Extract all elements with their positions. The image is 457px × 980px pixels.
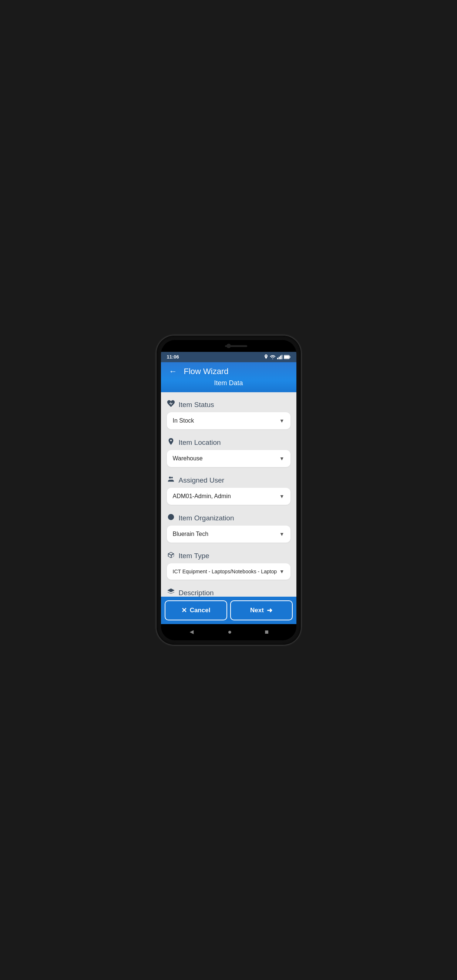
item-organization-value: Bluerain Tech	[173, 531, 209, 538]
assigned-user-value: ADM01-Admin, Admin	[173, 493, 231, 500]
status-bar: 11:06	[161, 352, 297, 362]
signal-status-icon	[277, 355, 282, 359]
description-label-row: Description	[167, 588, 290, 597]
wifi-status-icon	[270, 355, 276, 359]
assigned-user-label-row: Assigned User	[167, 475, 290, 485]
item-status-arrow-icon: ▼	[279, 418, 284, 424]
item-status-dropdown[interactable]: In Stock ▼	[167, 412, 290, 429]
cancel-button[interactable]: ✕ Cancel	[165, 600, 227, 620]
svg-rect-0	[277, 358, 278, 359]
description-arrow-icon	[167, 588, 175, 597]
location-pin-icon	[167, 438, 175, 448]
description-label: Description	[179, 589, 214, 597]
description-section: Description Laptops/Notebooks	[167, 586, 290, 597]
svg-point-8	[171, 477, 173, 479]
phone-frame: 11:06	[157, 336, 301, 645]
nav-recents-button[interactable]: ■	[265, 628, 269, 636]
next-arrow-icon: ➜	[267, 606, 272, 614]
action-bar: ✕ Cancel Next ➜	[161, 597, 297, 624]
item-organization-section: Item Organization Bluerain Tech ▼	[167, 511, 290, 546]
nav-home-button[interactable]: ●	[228, 628, 232, 636]
svg-rect-3	[282, 355, 282, 359]
svg-rect-2	[280, 356, 281, 359]
item-organization-label-row: Item Organization	[167, 513, 290, 523]
speaker-notch	[225, 345, 247, 347]
page-subtitle: Item Data	[167, 379, 290, 390]
item-type-label-row: Item Type	[167, 551, 290, 561]
heartbeat-icon	[167, 399, 175, 410]
box-icon	[167, 551, 175, 561]
item-location-dropdown[interactable]: Warehouse ▼	[167, 450, 290, 467]
item-type-label: Item Type	[179, 552, 209, 560]
location-status-icon	[264, 355, 268, 360]
users-icon	[167, 475, 175, 485]
phone-nav-bar: ◄ ● ■	[161, 624, 297, 640]
battery-status-icon	[284, 355, 290, 359]
back-button[interactable]: ←	[167, 366, 179, 377]
nav-back-button[interactable]: ◄	[188, 628, 195, 636]
item-location-section: Item Location Warehouse ▼	[167, 436, 290, 471]
item-organization-dropdown[interactable]: Bluerain Tech ▼	[167, 525, 290, 542]
item-type-dropdown[interactable]: ICT Equipment - Laptops/Notebooks - Lapt…	[167, 563, 290, 580]
item-location-label-row: Item Location	[167, 438, 290, 448]
assigned-user-dropdown[interactable]: ADM01-Admin, Admin ▼	[167, 488, 290, 505]
phone-inner: 11:06	[161, 340, 297, 640]
item-location-value: Warehouse	[173, 455, 203, 462]
phone-top-bezel	[161, 340, 297, 352]
item-organization-arrow-icon: ▼	[279, 531, 284, 537]
item-type-arrow-icon: ▼	[279, 568, 284, 574]
organization-circle-icon	[167, 513, 175, 523]
status-time: 11:06	[167, 354, 179, 360]
cancel-icon: ✕	[181, 606, 187, 614]
cancel-label: Cancel	[190, 607, 211, 614]
item-type-section: Item Type ICT Equipment - Laptops/Notebo…	[167, 549, 290, 583]
item-status-label-row: Item Status	[167, 399, 290, 410]
svg-point-7	[169, 476, 171, 479]
item-type-value: ICT Equipment - Laptops/Notebooks - Lapt…	[173, 568, 277, 574]
item-status-section: Item Status In Stock ▼	[167, 398, 290, 433]
app-header: ← Flow Wizard Item Data	[161, 362, 297, 392]
item-location-arrow-icon: ▼	[279, 455, 284, 461]
item-status-value: In Stock	[173, 417, 194, 424]
status-icons	[264, 355, 290, 360]
next-button[interactable]: Next ➜	[230, 600, 293, 620]
content-area: Item Status In Stock ▼ Item Location	[161, 392, 297, 597]
assigned-user-section: Assigned User ADM01-Admin, Admin ▼	[167, 474, 290, 509]
svg-point-9	[168, 514, 174, 520]
page-title: Flow Wizard	[184, 367, 228, 376]
item-status-label: Item Status	[179, 401, 214, 409]
item-organization-label: Item Organization	[179, 514, 234, 522]
assigned-user-label: Assigned User	[179, 476, 225, 484]
assigned-user-arrow-icon: ▼	[279, 493, 284, 499]
next-label: Next	[250, 607, 264, 614]
item-location-label: Item Location	[179, 439, 221, 447]
svg-rect-5	[284, 356, 289, 358]
svg-rect-1	[279, 357, 280, 359]
svg-rect-6	[289, 356, 290, 358]
